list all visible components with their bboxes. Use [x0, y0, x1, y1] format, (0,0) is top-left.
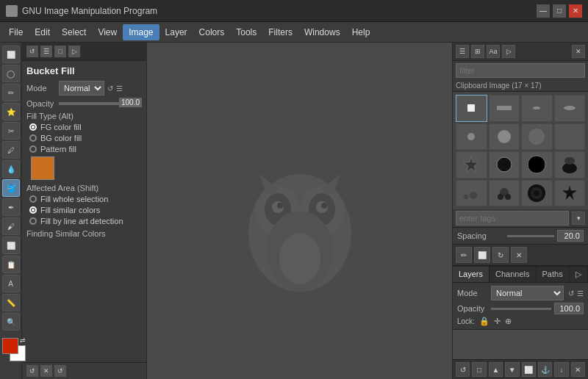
- brush-cell-14[interactable]: [489, 180, 520, 207]
- mode-select[interactable]: Normal: [59, 81, 104, 95]
- restore-icon[interactable]: ↺: [54, 365, 66, 377]
- delete-layer-icon[interactable]: ✕: [571, 362, 585, 377]
- lock-pixels-icon[interactable]: 🔒: [479, 317, 490, 326]
- tags-input[interactable]: [456, 211, 569, 225]
- brush-cell-7[interactable]: [521, 123, 553, 151]
- options-icon[interactable]: ☰: [40, 46, 52, 57]
- foreground-color[interactable]: [2, 338, 18, 354]
- move-layer-up-icon[interactable]: ▲: [489, 362, 503, 377]
- swap-colors-icon[interactable]: ⇌: [20, 336, 26, 344]
- bg-color-fill-option[interactable]: BG color fill: [29, 134, 142, 142]
- layers-options-icon[interactable]: ☰: [577, 289, 584, 297]
- expand-icon[interactable]: ▷: [68, 46, 80, 57]
- menu-item-help[interactable]: Help: [346, 24, 376, 40]
- tool-pencil[interactable]: ✒: [2, 198, 20, 216]
- new-layer-from-visible-icon[interactable]: ↺: [456, 362, 470, 377]
- tool-paintbrush[interactable]: 🖌: [2, 217, 20, 235]
- brush-cell-10[interactable]: [489, 151, 520, 178]
- brush-cell-11[interactable]: [521, 151, 553, 178]
- brush-grid-icon[interactable]: ⊞: [471, 45, 484, 58]
- lock-alpha-icon[interactable]: ⊕: [505, 317, 512, 326]
- menu-item-select[interactable]: Select: [56, 24, 92, 40]
- brush-text-icon[interactable]: Aa: [487, 45, 500, 58]
- brush-cell-1[interactable]: [456, 95, 487, 122]
- duplicate-layer-icon[interactable]: ⬜: [522, 362, 536, 377]
- edit-brush-icon[interactable]: ✏: [456, 247, 472, 263]
- canvas-area[interactable]: [147, 43, 452, 379]
- fill-line-art-radio[interactable]: [29, 217, 37, 225]
- fg-color-fill-option[interactable]: FG color fill: [29, 123, 142, 131]
- spacing-slider[interactable]: [507, 235, 554, 237]
- tags-dropdown-icon[interactable]: ▾: [572, 212, 585, 225]
- pattern-fill-radio[interactable]: [29, 145, 37, 153]
- tab-channels[interactable]: Channels: [490, 267, 536, 282]
- brush-cell-3[interactable]: [521, 95, 553, 122]
- brush-cell-16[interactable]: [554, 180, 586, 207]
- undo-icon[interactable]: ↺: [26, 365, 38, 377]
- refresh-brush-icon[interactable]: ↻: [492, 247, 509, 263]
- move-layer-down-icon[interactable]: ▼: [505, 362, 519, 377]
- menu-item-windows[interactable]: Windows: [298, 24, 346, 40]
- menu-item-colors[interactable]: Colors: [193, 24, 231, 40]
- tool-clone[interactable]: 📋: [2, 256, 20, 273]
- tool-free-select[interactable]: ✏: [2, 84, 20, 101]
- brush-view-icon[interactable]: ☰: [456, 45, 469, 58]
- lock-position-icon[interactable]: ✛: [494, 317, 501, 326]
- fill-whole-option[interactable]: Fill whole selection: [29, 195, 142, 203]
- reset-icon[interactable]: ↺: [26, 46, 38, 57]
- tool-color-picker[interactable]: 💧: [2, 160, 20, 178]
- config-icon[interactable]: □: [54, 46, 66, 57]
- menu-item-edit[interactable]: Edit: [29, 24, 56, 40]
- menu-item-filters[interactable]: Filters: [262, 24, 298, 40]
- menu-item-view[interactable]: View: [92, 24, 123, 40]
- filter-input[interactable]: [456, 63, 585, 78]
- brush-cell-13[interactable]: [456, 180, 487, 207]
- fill-whole-radio[interactable]: [29, 195, 37, 203]
- brush-expand-icon[interactable]: ▷: [502, 45, 515, 58]
- tool-scissors[interactable]: ✂: [2, 122, 20, 140]
- delete-icon[interactable]: ✕: [40, 365, 52, 377]
- tool-text[interactable]: A: [2, 275, 20, 292]
- brush-cell-12[interactable]: [554, 151, 586, 178]
- layers-expand-icon[interactable]: ▷: [570, 267, 588, 282]
- brush-cell-9[interactable]: [456, 151, 487, 178]
- fill-similar-radio[interactable]: [29, 206, 37, 214]
- new-layer-icon[interactable]: □: [472, 362, 486, 377]
- tool-eraser[interactable]: ⬜: [2, 237, 20, 254]
- tool-ellipse-select[interactable]: ◯: [2, 65, 20, 82]
- layers-mode-select[interactable]: Normal: [491, 286, 564, 300]
- tab-layers[interactable]: Layers: [453, 267, 490, 282]
- layers-mode-icon[interactable]: ↺: [568, 289, 574, 297]
- tool-fuzzy-select[interactable]: ⭐: [2, 103, 20, 120]
- brush-cell-15[interactable]: [521, 180, 553, 207]
- menu-item-tools[interactable]: Tools: [230, 24, 262, 40]
- brush-cell-5[interactable]: [456, 123, 487, 151]
- tool-paths[interactable]: 🖊: [2, 141, 20, 159]
- brush-cell-4[interactable]: [554, 95, 586, 122]
- layers-opacity-slider[interactable]: [491, 308, 551, 310]
- tool-measure[interactable]: 📏: [2, 294, 20, 311]
- fg-color-fill-radio[interactable]: [29, 123, 37, 131]
- anchor-layer-icon[interactable]: ⚓: [538, 362, 552, 377]
- menu-item-file[interactable]: File: [3, 24, 29, 40]
- tab-paths[interactable]: Paths: [537, 267, 570, 282]
- bg-color-fill-radio[interactable]: [29, 134, 37, 142]
- minimize-button[interactable]: —: [537, 4, 550, 18]
- tool-zoom[interactable]: 🔍: [2, 313, 20, 331]
- opacity-slider[interactable]: 100.0: [59, 102, 142, 105]
- brush-cell-6[interactable]: [489, 123, 520, 151]
- brush-close-icon[interactable]: ✕: [572, 45, 585, 58]
- menu-item-layer[interactable]: Layer: [159, 24, 193, 40]
- mode-options-icon[interactable]: ☰: [116, 84, 123, 93]
- tool-rect-select[interactable]: ⬜: [2, 46, 20, 63]
- close-button[interactable]: ✕: [569, 4, 582, 18]
- tool-bucket-fill[interactable]: 🪣: [2, 179, 20, 197]
- duplicate-brush-icon[interactable]: ⬜: [474, 247, 490, 263]
- brush-cell-2[interactable]: [489, 95, 520, 122]
- pattern-fill-option[interactable]: Pattern fill: [29, 145, 142, 154]
- fill-line-art-option[interactable]: Fill by line art detection: [29, 217, 142, 225]
- fill-similar-option[interactable]: Fill similar colors: [29, 206, 142, 214]
- delete-brush-icon[interactable]: ✕: [511, 247, 527, 263]
- merge-down-icon[interactable]: ↓: [554, 362, 568, 377]
- mode-reset-icon[interactable]: ↺: [107, 84, 113, 93]
